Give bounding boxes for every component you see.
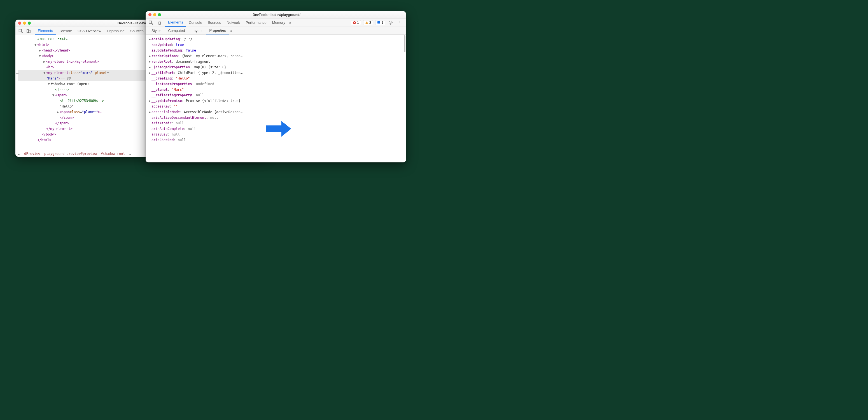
tree-node[interactable]: <html> bbox=[37, 42, 49, 48]
svg-rect-4 bbox=[377, 21, 380, 24]
subtab-computed[interactable]: Computed bbox=[165, 27, 188, 34]
property-row[interactable]: __greeting: "Hello" bbox=[149, 76, 403, 81]
error-badge[interactable]: 1 bbox=[351, 20, 361, 25]
tree-node[interactable]: </my-element> bbox=[46, 126, 72, 131]
property-row[interactable]: ariaActiveDescendantElement: null bbox=[149, 115, 403, 120]
inspect-icon[interactable] bbox=[18, 28, 24, 34]
tab-elements[interactable]: Elements bbox=[165, 19, 186, 27]
tree-node[interactable]: </body> bbox=[42, 131, 56, 137]
property-row[interactable]: hasUpdated: true bbox=[149, 42, 403, 48]
property-row[interactable]: __planet: "Mars" bbox=[149, 87, 403, 92]
tree-node[interactable]: #shadow-root (open) bbox=[51, 81, 89, 87]
breadcrumb[interactable]: … dPreview playground-preview#preview #s… bbox=[16, 150, 147, 157]
tab-sources[interactable]: Sources bbox=[127, 27, 147, 35]
sidebar-subtabs: Styles Computed Layout Properties » bbox=[146, 27, 406, 35]
property-row[interactable]: ▶renderRoot: document-fragment bbox=[149, 59, 403, 64]
tab-css-overview[interactable]: CSS Overview bbox=[75, 27, 104, 35]
error-count: 1 bbox=[357, 21, 359, 25]
devtools-window-b: DevTools - lit.dev/playground/ Elements … bbox=[146, 11, 406, 162]
tree-node[interactable]: <head>…</head> bbox=[42, 48, 70, 53]
tree-node[interactable]: <!DOCTYPE html> bbox=[37, 36, 67, 42]
more-subtabs-icon[interactable]: » bbox=[229, 29, 234, 33]
tab-sources[interactable]: Sources bbox=[205, 19, 224, 27]
property-row[interactable]: ▶accessibleNode: AccessibleNode {activeD… bbox=[149, 109, 403, 115]
subtab-layout[interactable]: Layout bbox=[188, 27, 206, 34]
tab-performance[interactable]: Performance bbox=[243, 19, 269, 27]
breadcrumb-item[interactable]: playground-preview#preview bbox=[44, 152, 97, 156]
tree-node[interactable]: <!--?lit$927534869$--> bbox=[60, 98, 104, 103]
property-row[interactable]: isUpdatePending: false bbox=[149, 48, 403, 53]
property-row[interactable]: ▶__childPart: ChildPart {type: 2, _$comm… bbox=[149, 70, 403, 76]
tab-network[interactable]: Network bbox=[224, 19, 243, 27]
tree-node[interactable]: <hr> bbox=[46, 64, 54, 70]
transition-arrow-icon bbox=[266, 120, 291, 138]
breadcrumb-item[interactable]: dPreview bbox=[24, 152, 40, 156]
tree-node-selected[interactable]: ▼<my-element class="mars" planet= bbox=[18, 70, 147, 76]
property-row[interactable]: ▶__updatePromise: Promise {<fulfilled>: … bbox=[149, 98, 403, 103]
properties-pane[interactable]: ▶enableUpdating: ƒ ()hasUpdated: trueisU… bbox=[146, 35, 406, 162]
warning-count: 3 bbox=[369, 21, 371, 25]
elements-tree-pane[interactable]: <!DOCTYPE html> ▼<html> ▶<head>…</head> … bbox=[16, 35, 147, 157]
more-tabs-icon[interactable]: » bbox=[288, 21, 292, 25]
main-toolbar: Elements Console Sources Network Perform… bbox=[146, 19, 406, 27]
warning-badge[interactable]: 3 bbox=[363, 20, 373, 25]
device-toggle-icon[interactable] bbox=[156, 20, 162, 26]
gutter-dots-icon: ⋯ bbox=[16, 72, 20, 76]
tree-node[interactable]: </html> bbox=[37, 137, 52, 143]
tab-console[interactable]: Console bbox=[186, 19, 205, 27]
property-row[interactable]: ▶renderOptions: {host: my-element.mars, … bbox=[149, 53, 403, 59]
titlebar[interactable]: DevTools - lit.dev/playground/ bbox=[146, 11, 406, 19]
settings-icon[interactable] bbox=[388, 20, 394, 26]
property-row[interactable]: ariaChecked: null bbox=[149, 137, 403, 143]
property-row[interactable]: __instanceProperties: undefined bbox=[149, 81, 403, 87]
tab-console[interactable]: Console bbox=[56, 27, 75, 35]
subtab-styles[interactable]: Styles bbox=[148, 27, 165, 34]
tab-lighthouse[interactable]: Lighthouse bbox=[104, 27, 127, 35]
main-tabs: Elements Console Sources Network Perform… bbox=[165, 19, 349, 27]
property-row[interactable]: __reflectingProperty: null bbox=[149, 92, 403, 98]
dom-tree[interactable]: <!DOCTYPE html> ▼<html> ▶<head>…</head> … bbox=[16, 35, 147, 150]
device-toggle-icon[interactable] bbox=[26, 28, 32, 34]
tree-node[interactable]: <!----> bbox=[55, 87, 69, 92]
window-title: DevTools - lit.dev/playground/ bbox=[150, 13, 403, 17]
subtab-properties[interactable]: Properties bbox=[206, 27, 229, 34]
tab-memory[interactable]: Memory bbox=[269, 19, 288, 27]
tree-node[interactable]: <span> bbox=[55, 92, 67, 98]
tree-node[interactable]: "Hello" bbox=[60, 103, 74, 109]
tree-node[interactable]: <body> bbox=[42, 53, 54, 59]
issues-badge[interactable]: 1 bbox=[375, 20, 385, 25]
tree-node[interactable]: <my-element>…</my-element> bbox=[46, 59, 99, 64]
property-row[interactable]: ▶_$changedProperties: Map(0) {size: 0} bbox=[149, 64, 403, 70]
tab-elements[interactable]: Elements bbox=[35, 27, 56, 35]
property-row[interactable]: ▶enableUpdating: ƒ () bbox=[149, 36, 403, 42]
tree-node[interactable]: </span> bbox=[60, 115, 74, 120]
tree-node[interactable]: </span> bbox=[55, 120, 69, 126]
breadcrumb-item[interactable]: #shadow-root bbox=[101, 152, 125, 156]
svg-point-5 bbox=[390, 22, 392, 23]
inspect-icon[interactable] bbox=[148, 20, 154, 26]
property-row[interactable]: accessKey: "" bbox=[149, 103, 403, 109]
issues-count: 1 bbox=[381, 21, 383, 25]
scrollbar-thumb[interactable] bbox=[404, 35, 405, 52]
kebab-menu-icon[interactable]: ⋮ bbox=[396, 20, 402, 26]
